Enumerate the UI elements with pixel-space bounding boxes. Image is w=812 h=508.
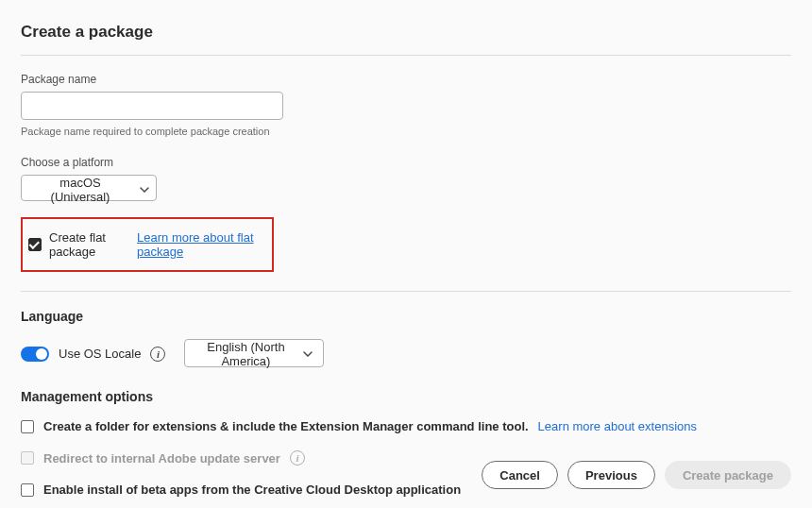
use-os-locale-toggle[interactable] [21,347,49,362]
divider [21,55,791,56]
extensions-checkbox[interactable] [21,420,34,433]
language-title: Language [21,309,791,324]
redirect-label: Redirect to internal Adobe update server [43,451,280,466]
button-bar: Cancel Previous Create package [482,461,791,489]
management-title: Management options [21,389,791,404]
use-os-locale-label: Use OS Locale [59,347,141,361]
cancel-button[interactable]: Cancel [482,461,558,489]
previous-button[interactable]: Previous [567,461,655,489]
info-icon[interactable]: i [150,347,165,362]
package-name-input[interactable] [21,92,283,120]
platform-label: Choose a platform [21,156,791,169]
beta-label: Enable install of beta apps from the Cre… [43,483,461,497]
divider [21,291,791,292]
flat-package-checkbox[interactable] [28,238,42,251]
package-name-help: Package name required to complete packag… [21,126,791,137]
language-select[interactable]: English (North America) [184,339,324,367]
create-package-button: Create package [665,461,791,489]
extensions-label: Create a folder for extensions & include… [43,419,529,433]
platform-select[interactable]: macOS (Universal) [21,175,157,201]
redirect-checkbox [21,451,34,465]
info-icon: i [290,450,305,466]
flat-package-highlight: Create flat package Learn more about fla… [21,217,274,272]
flat-package-link[interactable]: Learn more about flat package [137,230,262,259]
package-name-label: Package name [21,73,791,86]
page-title: Create a package [21,23,791,42]
beta-checkbox[interactable] [21,483,34,497]
flat-package-label: Create flat package [49,230,129,259]
extensions-link[interactable]: Learn more about extensions [538,419,697,433]
